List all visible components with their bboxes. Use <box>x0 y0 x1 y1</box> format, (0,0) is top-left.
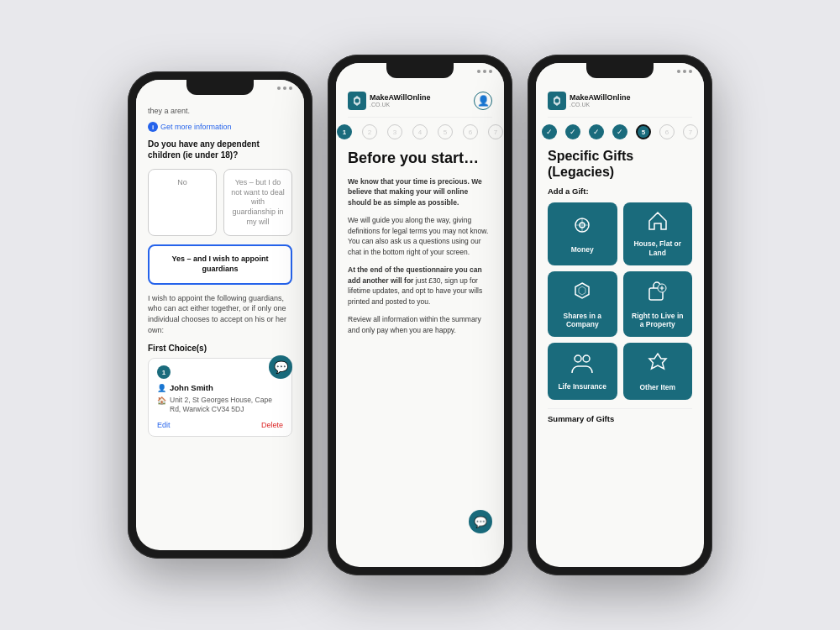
notch-bar-2 <box>336 63 504 87</box>
p2-steps: 1 2 3 4 5 6 7 <box>348 124 492 139</box>
edit-button[interactable]: Edit <box>157 421 171 429</box>
p1-info-link[interactable]: i Get more information <box>148 122 292 132</box>
p2-title: Before you start… <box>348 150 492 168</box>
p1-question: Do you have any dependent children (ie u… <box>148 139 292 160</box>
right-icon <box>646 280 669 307</box>
svg-point-6 <box>575 355 581 362</box>
item-label: Other Item <box>639 383 675 391</box>
p1-chat-button[interactable]: 💬 <box>269 355 292 379</box>
p2-logo-name: MakeAWillOnline <box>370 94 430 102</box>
p3-header: MakeAWillOnline .CO.UK <box>548 87 692 118</box>
p3-logo-icon <box>548 92 566 110</box>
p2-para-3: At the end of the questionnaire you can … <box>348 265 492 307</box>
p3-step-2-done[interactable]: ✓ <box>565 124 580 139</box>
phones-container: they a arent. i Get more information Do … <box>128 55 712 575</box>
phone-2: MakeAWillOnline .CO.UK 👤 1 2 3 4 <box>328 55 512 575</box>
gift-card-shares[interactable]: Shares in a Company <box>548 271 617 337</box>
p1-option-no[interactable]: No <box>148 169 217 236</box>
p2-step-3[interactable]: 3 <box>387 124 402 139</box>
p2-para-4: Review all information within the summar… <box>348 314 492 336</box>
p1-actions: Edit Delete <box>157 421 283 429</box>
notch-1 <box>186 80 254 95</box>
house-icon <box>646 211 669 235</box>
p3-add-gift-label: Add a Gift: <box>548 186 692 196</box>
p3-summary-label: Summary of Gifts <box>548 408 692 423</box>
p1-first-choice-label: First Choice(s) <box>148 344 292 353</box>
p3-step-5-active[interactable]: 5 <box>636 124 651 139</box>
gift-card-house[interactable]: House, Flat or Land <box>623 202 693 265</box>
p1-options-row: No Yes – but I do not want to deal with … <box>148 169 292 236</box>
p2-step-2[interactable]: 2 <box>362 124 377 139</box>
shares-label: Shares in a Company <box>554 312 611 328</box>
p1-person-name: 👤 John Smith <box>157 383 283 392</box>
p3-step-4-done[interactable]: ✓ <box>612 124 627 139</box>
right-label: Right to Live in a Property <box>630 312 686 328</box>
p2-logo-icon <box>348 92 366 110</box>
gift-card-right[interactable]: Right to Live in a Property <box>623 271 693 337</box>
house-label: House, Flat or Land <box>630 239 686 256</box>
p2-step-1[interactable]: 1 <box>337 124 352 139</box>
p3-logo-domain: .CO.UK <box>570 102 630 108</box>
gift-card-money[interactable]: Money <box>548 202 617 265</box>
p2-para-1: We know that your time is precious. We b… <box>348 176 492 208</box>
p3-logo: MakeAWillOnline .CO.UK <box>548 92 630 110</box>
gift-card-item[interactable]: Other Item <box>623 343 693 400</box>
p2-header: MakeAWillOnline .CO.UK 👤 <box>348 87 492 118</box>
p3-logo-name: MakeAWillOnline <box>570 94 630 102</box>
phone-1: they a arent. i Get more information Do … <box>128 71 312 559</box>
shares-icon <box>570 280 594 307</box>
p1-person-address: 🏠 Unit 2, St Georges House, Cape Rd, War… <box>157 396 283 414</box>
life-label: Life Insurance <box>558 382 606 391</box>
notch-3 <box>586 63 654 78</box>
gift-card-life[interactable]: Life Insurance <box>548 343 617 400</box>
p1-paragraph: I wish to appoint the following guardian… <box>148 293 292 335</box>
p1-option-no-guardian[interactable]: Yes – but I do not want to deal with gua… <box>223 169 292 236</box>
p2-user-icon[interactable]: 👤 <box>474 92 492 110</box>
home-icon: 🏠 <box>157 396 166 407</box>
p2-para-2: We will guide you along the way, giving … <box>348 215 492 258</box>
p2-logo: MakeAWillOnline .CO.UK <box>348 92 430 110</box>
svg-point-1 <box>555 99 559 103</box>
money-icon <box>570 213 594 241</box>
notch-bar-3 <box>536 63 704 87</box>
p2-step-4[interactable]: 4 <box>412 124 428 139</box>
p3-step-3-done[interactable]: ✓ <box>589 124 604 139</box>
p3-title: Specific Gifts (Legacies) <box>548 148 692 180</box>
item-icon <box>646 351 669 379</box>
money-label: Money <box>571 245 594 254</box>
info-link-text: Get more information <box>160 123 232 131</box>
p3-step-6[interactable]: 6 <box>659 124 675 139</box>
status-dots-3 <box>677 70 692 73</box>
notch-bar-1 <box>136 80 304 103</box>
gift-grid: Money House, Flat or Land <box>548 202 692 400</box>
p1-person-number: 1 <box>157 365 171 379</box>
status-dots-2 <box>477 70 492 73</box>
p2-step-7[interactable]: 7 <box>488 124 503 139</box>
p2-logo-domain: .CO.UK <box>370 102 430 108</box>
p2-step-5[interactable]: 5 <box>438 124 453 139</box>
p2-chat-button[interactable]: 💬 <box>469 510 492 533</box>
svg-point-0 <box>355 99 360 103</box>
person-icon: 👤 <box>157 384 166 392</box>
delete-button[interactable]: Delete <box>261 421 283 429</box>
status-dots-1 <box>277 87 292 90</box>
p1-top-text: they a arent. <box>148 103 292 115</box>
info-icon: i <box>148 122 158 132</box>
p1-option-selected[interactable]: Yes – and I wish to appoint guardians <box>148 244 292 284</box>
p3-step-7[interactable]: 7 <box>683 124 698 139</box>
p2-step-6[interactable]: 6 <box>463 124 478 139</box>
notch-2 <box>386 63 454 78</box>
p3-step-1-done[interactable]: ✓ <box>542 124 557 139</box>
svg-point-7 <box>583 355 590 362</box>
p3-steps: ✓ ✓ ✓ ✓ 5 6 7 <box>548 124 692 139</box>
life-icon <box>570 352 595 378</box>
phone-3: MakeAWillOnline .CO.UK ✓ ✓ ✓ ✓ <box>528 55 712 575</box>
